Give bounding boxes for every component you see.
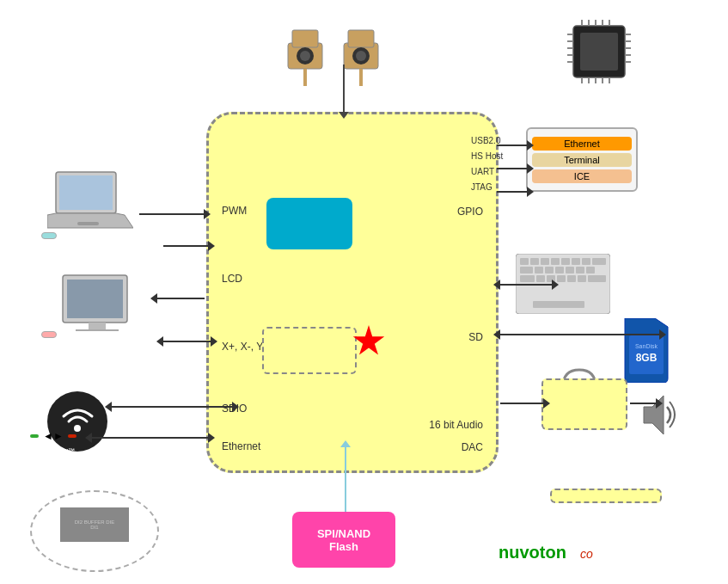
nuvoton-area: nuvoton co xyxy=(499,541,645,567)
svg-text:nuvoton: nuvoton xyxy=(499,543,566,562)
soc-pa-arrow xyxy=(500,403,543,404)
wifi-soc-arrow xyxy=(112,406,232,408)
ddr-block xyxy=(262,327,357,374)
soc-label-audio: 16 bit AudioDAC xyxy=(429,414,483,459)
soc-keypad-arrow xyxy=(500,284,552,286)
svg-rect-36 xyxy=(67,280,123,318)
pa-isd-box xyxy=(541,378,627,430)
svg-rect-57 xyxy=(536,275,545,282)
jtag-debug-arrow xyxy=(497,191,527,193)
lcd-soc-arrow xyxy=(157,298,205,299)
pa-speaker-arrow xyxy=(630,403,656,404)
svg-rect-60 xyxy=(567,275,576,282)
camera-images xyxy=(284,26,387,86)
svg-rect-61 xyxy=(578,275,586,282)
debug-box: Ethernet Terminal ICE xyxy=(526,127,638,192)
svg-rect-6 xyxy=(348,30,374,47)
camera-soc-arrow xyxy=(343,65,345,112)
usb-label-uart: UART xyxy=(471,164,503,180)
svg-rect-54 xyxy=(576,267,584,274)
svg-rect-63 xyxy=(533,301,584,308)
spi-soc-arrow xyxy=(345,447,346,512)
svg-rect-53 xyxy=(566,267,574,274)
sdcard-image: 8GB SanDisk xyxy=(621,318,672,386)
svg-rect-42 xyxy=(530,258,539,265)
chip-image xyxy=(565,17,642,89)
spi-nand-box: SPI/NANDFlash xyxy=(292,512,395,568)
usb-labels: USB2.0 HS Host UART JTAG xyxy=(471,133,503,195)
arm-box xyxy=(266,198,352,249)
svg-rect-9 xyxy=(359,69,363,86)
debug-ethernet: Ethernet xyxy=(532,137,632,151)
svg-rect-1 xyxy=(292,30,318,47)
wifi-icon xyxy=(47,391,107,452)
soc-label-lcd: LCD xyxy=(222,268,284,289)
svg-rect-37 xyxy=(89,323,106,329)
svg-text:8GB: 8GB xyxy=(636,352,658,364)
svg-point-8 xyxy=(356,51,366,61)
svg-rect-38 xyxy=(76,329,119,331)
backlight-led-box xyxy=(41,232,57,239)
svg-rect-48 xyxy=(592,258,606,265)
svg-rect-41 xyxy=(520,258,529,265)
usb-label-hshost: HS Host xyxy=(471,149,503,164)
svg-rect-33 xyxy=(59,175,113,210)
debug-terminal: Terminal xyxy=(532,153,632,167)
phy-label xyxy=(68,434,76,438)
svg-rect-49 xyxy=(520,267,533,274)
svg-rect-47 xyxy=(582,258,590,265)
svg-rect-62 xyxy=(588,275,606,282)
ethernet-chip-label xyxy=(30,434,39,438)
svg-rect-43 xyxy=(541,258,549,265)
svg-text:co: co xyxy=(580,547,593,561)
eth-soc-arrow xyxy=(92,437,208,439)
soc-block: PWM LCD X+, X-, Y+, Y- SDIO Ethernet GPI… xyxy=(206,112,499,473)
lqfp-box: DI2 BUFFER DIE DI1 xyxy=(30,490,159,572)
svg-rect-34 xyxy=(77,222,99,225)
legend-box xyxy=(550,489,662,503)
debug-ice: ICE xyxy=(532,169,632,183)
lqfp-die1: DI1 xyxy=(90,525,98,530)
lcd-image xyxy=(58,271,136,335)
svg-rect-45 xyxy=(561,258,570,265)
svg-rect-11 xyxy=(580,33,618,71)
svg-rect-44 xyxy=(551,258,560,265)
svg-rect-4 xyxy=(303,69,307,86)
soc-label-gpio: GPIO xyxy=(429,200,483,223)
keypad-image xyxy=(516,254,610,317)
soc-right-labels: GPIO SD 16 bit AudioDAC xyxy=(429,200,483,459)
uart-debug-arrow xyxy=(497,168,527,169)
soc-label-ethernet: Ethernet xyxy=(222,436,284,457)
eth-arrow: ◄► xyxy=(43,430,64,442)
touch-panel-box xyxy=(41,331,57,338)
svg-text:SanDisk: SanDisk xyxy=(635,343,658,349)
laptop-image xyxy=(47,168,133,236)
laptop-soc-arrow xyxy=(139,213,204,215)
ethernet-label-row: ◄► xyxy=(30,430,76,442)
usb-debug-arrow xyxy=(497,144,527,146)
svg-rect-46 xyxy=(572,258,580,265)
backlight-soc-arrow xyxy=(163,245,208,247)
wifi-label: Wi-Fi™ xyxy=(52,447,75,455)
usb-label-jtag: JTAG xyxy=(471,180,503,195)
page-container: PWM LCD X+, X-, Y+, Y- SDIO Ethernet GPI… xyxy=(0,0,728,584)
svg-rect-56 xyxy=(520,275,535,282)
svg-rect-52 xyxy=(555,267,564,274)
svg-point-3 xyxy=(300,51,310,61)
soc-label-sdio: SDIO xyxy=(222,398,284,419)
soc-sdcard-arrow xyxy=(500,334,659,335)
svg-rect-55 xyxy=(586,267,595,274)
lqfp-chip: DI2 BUFFER DIE DI1 xyxy=(60,507,129,542)
usb-label-usb20: USB2.0 xyxy=(471,133,503,149)
touch-soc-arrow xyxy=(163,341,211,342)
spi-label: SPI/NANDFlash xyxy=(317,527,370,553)
svg-rect-50 xyxy=(535,267,543,274)
soc-label-sd: SD xyxy=(429,326,483,348)
svg-rect-51 xyxy=(545,267,554,274)
